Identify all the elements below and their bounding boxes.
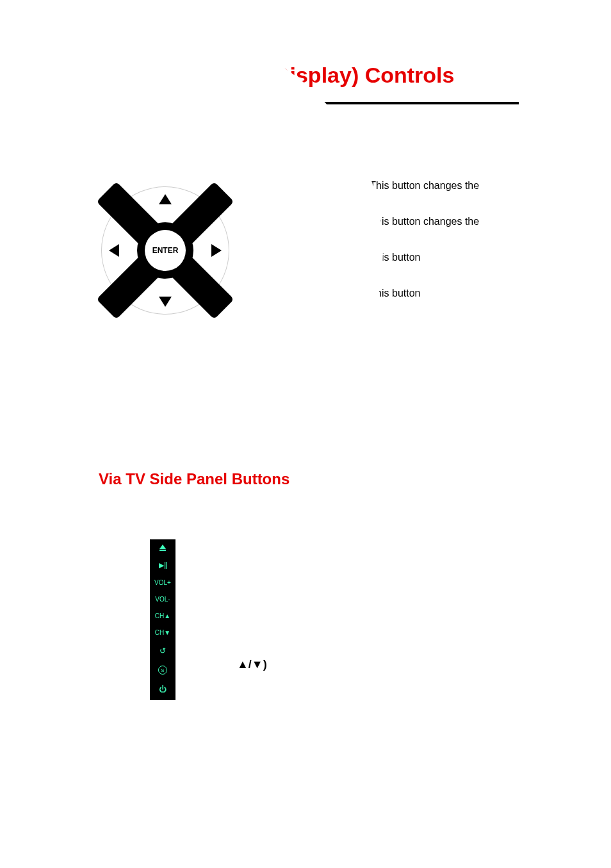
up-arrow-icon <box>159 194 172 204</box>
ch-down-label: CH▼ <box>155 630 170 636</box>
vol-minus-label: VOL- <box>155 596 170 603</box>
dpad-control: ENTER <box>101 186 229 315</box>
section-remote-heading: Via Remote Control <box>99 124 547 142</box>
down-arrow-icon <box>159 297 172 307</box>
desc-up: ▲ – This button changes the <box>348 180 479 192</box>
enter-button-label: ENTER <box>145 230 186 271</box>
page-title: OSD (On Screen Display) Controls <box>99 63 547 88</box>
menu-button: Menu <box>99 395 145 425</box>
power-icon: ⏻ <box>159 685 167 694</box>
exit-button: Exit <box>99 339 145 371</box>
play-pause-icon: ▶ǁ <box>159 561 167 569</box>
ch-up-label: CH▲ <box>155 613 170 619</box>
eject-icon <box>159 545 166 551</box>
tv-side-panel: ▶ǁ VOL+ VOL- CH▲ CH▼ ↺ S ⏻ <box>150 539 175 700</box>
desc-down: ▼ – This button changes the <box>348 216 479 227</box>
section-panel-heading: Via TV Side Panel Buttons <box>99 470 547 488</box>
left-arrow-icon <box>109 244 119 257</box>
arrow-pair-text: ▲/▼) <box>237 658 267 671</box>
heading-rule <box>99 102 519 104</box>
s-icon: S <box>158 666 167 675</box>
menu-button-label: Menu <box>99 395 145 407</box>
desc-left: ◄ – This button <box>348 252 479 263</box>
vol-plus-label: VOL+ <box>154 580 171 586</box>
desc-right: ► – This button <box>348 288 479 299</box>
right-arrow-icon <box>211 244 222 257</box>
repeat-icon: ↺ <box>159 646 166 655</box>
exit-button-label: Exit <box>99 341 145 351</box>
